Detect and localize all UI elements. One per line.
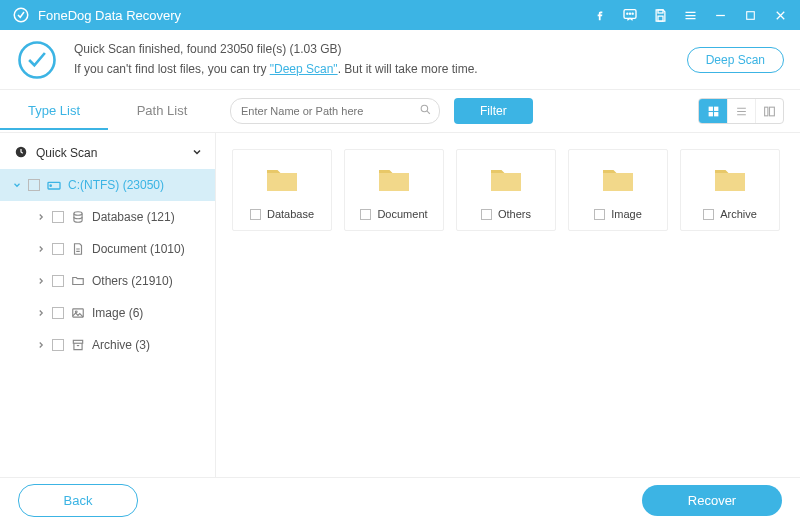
image-icon — [70, 306, 86, 320]
close-icon[interactable] — [772, 7, 788, 23]
svg-point-19 — [74, 212, 82, 216]
search-input[interactable] — [230, 98, 440, 124]
tree-item-others[interactable]: Others (21910) — [0, 265, 215, 297]
folder-label: Database — [267, 208, 314, 220]
deep-scan-link[interactable]: "Deep Scan" — [270, 62, 338, 76]
minimize-icon[interactable] — [712, 7, 728, 23]
svg-rect-12 — [708, 112, 712, 116]
folder-card-document[interactable]: Document — [344, 149, 444, 231]
checkbox[interactable] — [28, 179, 40, 191]
checkbox[interactable] — [360, 209, 371, 220]
folder-icon — [712, 164, 748, 194]
svg-point-3 — [629, 13, 630, 14]
app-title: FoneDog Data Recovery — [38, 8, 592, 23]
footer: Back Recover — [0, 477, 800, 523]
chevron-right-icon — [36, 340, 46, 350]
folder-label: Document — [377, 208, 427, 220]
checkbox[interactable] — [52, 243, 64, 255]
chevron-right-icon — [36, 244, 46, 254]
clock-icon — [14, 145, 28, 162]
folder-label: Archive — [720, 208, 757, 220]
chevron-down-icon — [191, 146, 203, 161]
checkbox[interactable] — [594, 209, 605, 220]
tree-item-database[interactable]: Database (121) — [0, 201, 215, 233]
checkbox[interactable] — [481, 209, 492, 220]
scan-line1-suffix: file(s) (1.03 GB) — [253, 42, 341, 56]
back-button[interactable]: Back — [18, 484, 138, 517]
save-icon[interactable] — [652, 7, 668, 23]
app-logo-icon — [12, 6, 30, 24]
scan-line2-prefix: If you can't find lost files, you can tr… — [74, 62, 270, 76]
folder-icon — [488, 164, 524, 194]
feedback-icon[interactable] — [622, 7, 638, 23]
titlebar: FoneDog Data Recovery — [0, 0, 800, 30]
svg-rect-5 — [658, 9, 663, 12]
scan-line1-prefix: Quick Scan finished, found — [74, 42, 220, 56]
drive-icon — [46, 177, 62, 193]
search-wrap — [230, 98, 440, 124]
checkbox[interactable] — [250, 209, 261, 220]
svg-rect-22 — [73, 340, 82, 343]
facebook-icon[interactable] — [592, 7, 608, 23]
checkbox[interactable] — [52, 211, 64, 223]
folder-grid: Database Document Others Image Archive — [232, 149, 784, 231]
tree-item-document[interactable]: Document (1010) — [0, 233, 215, 265]
sidebar: Quick Scan C:(NTFS) (23050) Database (12… — [0, 133, 216, 477]
folder-card-archive[interactable]: Archive — [680, 149, 780, 231]
checkbox[interactable] — [703, 209, 714, 220]
scan-status-banner: Quick Scan finished, found 23050 file(s)… — [0, 30, 800, 90]
folder-card-others[interactable]: Others — [456, 149, 556, 231]
search-icon[interactable] — [419, 102, 432, 120]
folder-icon — [376, 164, 412, 194]
svg-point-18 — [50, 185, 51, 186]
tree-item-archive[interactable]: Archive (3) — [0, 329, 215, 361]
view-list-icon[interactable] — [727, 99, 755, 123]
scan-message: Quick Scan finished, found 23050 file(s)… — [74, 40, 687, 78]
document-icon — [70, 242, 86, 256]
folder-label: Image — [611, 208, 642, 220]
archive-icon — [70, 338, 86, 352]
tree-root-label: Quick Scan — [36, 146, 97, 160]
svg-point-8 — [20, 42, 55, 77]
scan-line2-suffix: . But it will take more time. — [338, 62, 478, 76]
folder-card-image[interactable]: Image — [568, 149, 668, 231]
view-detail-icon[interactable] — [755, 99, 783, 123]
scan-file-count: 23050 — [220, 42, 253, 56]
chevron-down-icon — [12, 180, 22, 190]
tree-drive-c[interactable]: C:(NTFS) (23050) — [0, 169, 215, 201]
main-area: Quick Scan C:(NTFS) (23050) Database (12… — [0, 132, 800, 477]
view-grid-icon[interactable] — [699, 99, 727, 123]
svg-rect-7 — [746, 11, 754, 19]
chevron-right-icon — [36, 308, 46, 318]
deep-scan-button[interactable]: Deep Scan — [687, 47, 784, 73]
folder-card-database[interactable]: Database — [232, 149, 332, 231]
tree-root-quick-scan[interactable]: Quick Scan — [0, 137, 215, 169]
tab-path-list[interactable]: Path List — [108, 93, 216, 130]
tree-item-image[interactable]: Image (6) — [0, 297, 215, 329]
checkbox[interactable] — [52, 339, 64, 351]
menu-icon[interactable] — [682, 7, 698, 23]
svg-rect-6 — [658, 16, 663, 21]
recover-button[interactable]: Recover — [642, 485, 782, 516]
tree-item-label: Document (1010) — [92, 242, 185, 256]
svg-rect-14 — [765, 107, 768, 116]
chevron-right-icon — [36, 276, 46, 286]
folder-icon — [264, 164, 300, 194]
tree-item-label: Image (6) — [92, 306, 143, 320]
tab-type-list[interactable]: Type List — [0, 93, 108, 130]
tree-item-label: Archive (3) — [92, 338, 150, 352]
checkbox[interactable] — [52, 275, 64, 287]
svg-rect-15 — [770, 107, 775, 116]
maximize-icon[interactable] — [742, 7, 758, 23]
checkmark-icon — [16, 39, 58, 81]
svg-point-9 — [421, 105, 428, 112]
checkbox[interactable] — [52, 307, 64, 319]
folder-icon — [70, 274, 86, 288]
filter-button[interactable]: Filter — [454, 98, 533, 124]
list-tabs: Type List Path List — [0, 93, 216, 130]
svg-rect-13 — [714, 112, 718, 116]
view-switch — [698, 98, 784, 124]
folder-label: Others — [498, 208, 531, 220]
svg-point-4 — [632, 13, 633, 14]
tree-drive-label: C:(NTFS) (23050) — [68, 178, 164, 192]
